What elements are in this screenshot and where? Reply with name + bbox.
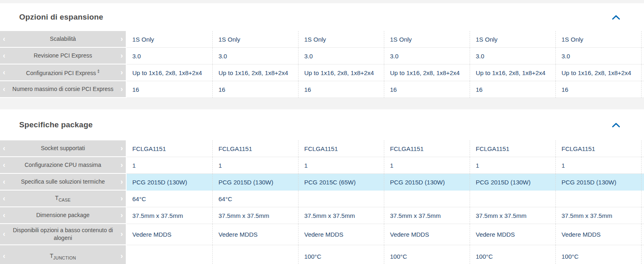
spec-row-thermal-solution: ‹ Specifica sulle soluzioni termiche › P… — [0, 174, 644, 191]
row-label-text: TJUNCTION — [50, 252, 76, 261]
spec-value-cell: 3.0 — [470, 48, 555, 64]
spec-value-cell: 37.5mm x 37.5mm — [470, 207, 555, 224]
section-title: Specifiche package — [19, 120, 93, 129]
row-label: ‹ Socket supportati › — [0, 140, 126, 157]
spec-value-cell: Vedere MDDS — [212, 224, 298, 245]
row-label: ‹ Numero massimo di corsie PCI Express › — [0, 81, 126, 98]
spec-value-cell — [470, 191, 555, 207]
scroll-left-icon[interactable]: ‹ — [3, 52, 5, 59]
spec-value-cell: 100°C — [555, 245, 641, 264]
spec-value-cell: 3.0 — [212, 48, 298, 64]
row-label-text: TCASE — [55, 194, 71, 203]
row-cells: 1S Only 1S Only 1S Only 1S Only 1S Only … — [127, 31, 644, 48]
spec-value-cell: FCLGA1151 — [470, 140, 555, 157]
spec-value-cell: 3.0 — [298, 48, 384, 64]
collapse-section-button[interactable] — [611, 121, 621, 129]
spec-value-cell: 16 — [470, 81, 555, 98]
section-header: Specifiche package — [0, 109, 644, 140]
row-label: ‹ Revisione PCI Express › — [0, 48, 126, 64]
row-cells: 1 1 1 1 1 1 — [127, 157, 644, 174]
spec-value-cell: FCLGA1151 — [384, 140, 470, 157]
scroll-left-icon[interactable]: ‹ — [3, 35, 5, 42]
spec-row-tjunction: ‹ TJUNCTION › 100°C 100°C 100°C 100°C — [0, 245, 644, 264]
spec-value-cell: 16 — [298, 81, 384, 98]
spec-row-scalability: ‹ Scalabilità › 1S Only 1S Only 1S Only … — [0, 31, 644, 48]
spec-value-cell: Vedere MDDS — [298, 224, 384, 245]
row-cells: Vedere MDDS Vedere MDDS Vedere MDDS Vede… — [127, 224, 644, 245]
row-label: ‹ TCASE › — [0, 191, 126, 207]
spec-value-cell — [298, 191, 384, 207]
scroll-left-icon[interactable]: ‹ — [3, 211, 5, 219]
scroll-right-icon[interactable]: › — [120, 144, 123, 152]
row-cells: PCG 2015D (130W) PCG 2015D (130W) PCG 20… — [127, 174, 644, 191]
spec-value-cell: 16 — [384, 81, 470, 98]
spec-value-cell: 1S Only — [298, 31, 384, 48]
spec-value-cell: 1S Only — [470, 31, 555, 48]
row-cells: 37.5mm x 37.5mm 37.5mm x 37.5mm 37.5mm x… — [127, 207, 644, 224]
row-label-text: Disponibili opzioni a basso contenuto di… — [9, 226, 117, 242]
scroll-right-icon[interactable]: › — [120, 252, 123, 260]
spec-value-cell: 1 — [470, 157, 555, 174]
spec-value-cell: 100°C — [470, 245, 555, 264]
row-label-text: Scalabilità — [50, 35, 76, 43]
spec-value-cell: 3.0 — [555, 48, 641, 64]
scroll-left-icon[interactable]: ‹ — [3, 161, 5, 169]
spec-value-cell: 1S Only — [212, 31, 298, 48]
scroll-right-icon[interactable]: › — [120, 211, 123, 219]
row-cells: 100°C 100°C 100°C 100°C — [127, 245, 644, 264]
label-subscript: CASE — [58, 197, 71, 202]
spec-value-cell: 37.5mm x 37.5mm — [384, 207, 470, 224]
spec-value-cell: FCLGA1151 — [555, 140, 641, 157]
spec-value-cell: Vedere MDDS — [384, 224, 470, 245]
row-label: ‹ Configurazioni PCI Express‡ › — [0, 64, 126, 81]
spec-value-cell: 64°C — [212, 191, 298, 207]
collapse-section-button[interactable] — [611, 13, 621, 22]
spec-value-cell-clipped — [641, 48, 644, 64]
scroll-left-icon[interactable]: ‹ — [3, 85, 5, 93]
spec-value-cell: 64°C — [127, 191, 212, 207]
spec-value-cell: Up to 1x16, 2x8, 1x8+2x4 — [384, 64, 470, 81]
spec-value-cell: 1S Only — [384, 31, 470, 48]
spec-value-cell: 1S Only — [127, 31, 212, 48]
spec-value-cell: PCG 2015D (130W) — [470, 174, 555, 191]
scroll-right-icon[interactable]: › — [120, 230, 123, 237]
section-header: Opzioni di espansione — [0, 3, 644, 31]
spec-row-tcase: ‹ TCASE › 64°C 64°C — [0, 191, 644, 207]
scroll-right-icon[interactable]: › — [120, 85, 123, 93]
scroll-left-icon[interactable]: ‹ — [3, 69, 5, 76]
spec-value-cell: Up to 1x16, 2x8, 1x8+2x4 — [555, 64, 641, 81]
scroll-right-icon[interactable]: › — [120, 178, 123, 185]
scroll-left-icon[interactable]: ‹ — [3, 230, 5, 237]
scroll-left-icon[interactable]: ‹ — [3, 178, 5, 185]
spec-value-cell: 100°C — [298, 245, 384, 264]
spec-row-halogen-free-options: ‹ Disponibili opzioni a basso contenuto … — [0, 224, 644, 245]
row-label: ‹ Dimensione package › — [0, 207, 126, 224]
scroll-left-icon[interactable]: ‹ — [3, 195, 5, 202]
spec-row-pcie-revision: ‹ Revisione PCI Express › 3.0 3.0 3.0 3.… — [0, 48, 644, 64]
scroll-left-icon[interactable]: ‹ — [3, 144, 5, 152]
scroll-right-icon[interactable]: › — [120, 35, 123, 42]
spec-value-cell — [127, 245, 212, 264]
section-expansion-options: Opzioni di espansione ‹ Scalabilità › 1S… — [0, 3, 644, 98]
row-label-text: Configurazioni PCI Express‡ — [26, 68, 100, 77]
spec-value-cell — [555, 191, 641, 207]
spec-value-cell: 37.5mm x 37.5mm — [298, 207, 384, 224]
spec-value-cell: 100°C — [384, 245, 470, 264]
row-cells: 16 16 16 16 16 16 — [127, 81, 644, 98]
scroll-left-icon[interactable]: ‹ — [3, 252, 5, 260]
spec-row-pcie-configurations: ‹ Configurazioni PCI Express‡ › Up to 1x… — [0, 64, 644, 81]
scroll-right-icon[interactable]: › — [120, 195, 123, 202]
spec-value-cell: 1 — [298, 157, 384, 174]
chevron-up-icon — [612, 123, 620, 129]
spec-row-package-size: ‹ Dimensione package › 37.5mm x 37.5mm 3… — [0, 207, 644, 224]
section-title: Opzioni di espansione — [19, 13, 103, 22]
row-cells: 64°C 64°C — [127, 191, 644, 207]
scroll-right-icon[interactable]: › — [120, 69, 123, 76]
spec-value-cell: PCG 2015D (130W) — [555, 174, 641, 191]
scroll-right-icon[interactable]: › — [120, 52, 123, 59]
scroll-right-icon[interactable]: › — [120, 161, 123, 169]
spec-value-cell: Vedere MDDS — [555, 224, 641, 245]
spec-value-cell: 3.0 — [127, 48, 212, 64]
spec-value-cell: Up to 1x16, 2x8, 1x8+2x4 — [470, 64, 555, 81]
spec-value-cell: Up to 1x16, 2x8, 1x8+2x4 — [127, 64, 212, 81]
